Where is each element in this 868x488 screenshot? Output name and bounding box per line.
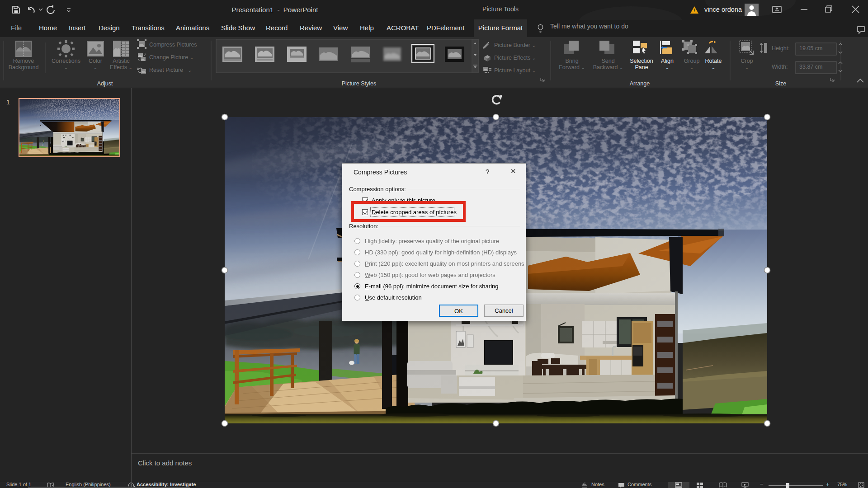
- svg-text:!: !: [693, 8, 695, 13]
